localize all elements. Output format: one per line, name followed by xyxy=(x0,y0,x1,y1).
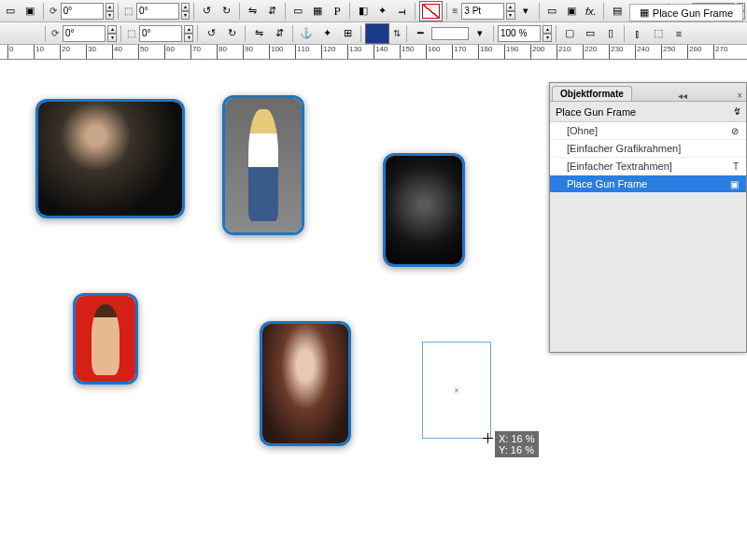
image-frame-2[interactable] xyxy=(222,95,304,235)
object-style-indicator[interactable]: ▦ Place Gun Frame xyxy=(629,4,743,21)
stepper[interactable]: ▴▾ xyxy=(181,3,190,20)
ruler-tick: 150 xyxy=(400,45,414,60)
panel-item[interactable]: Place Gun Frame▣ xyxy=(550,175,746,193)
wrap-column-icon[interactable]: ▯ xyxy=(601,24,620,43)
image-frame-4[interactable] xyxy=(73,293,138,385)
text-tool-icon[interactable]: P xyxy=(329,2,346,21)
shear-input-2[interactable] xyxy=(139,25,182,42)
panel-item[interactable]: [Ohne]⊘ xyxy=(550,122,746,140)
stepper[interactable]: ▴▾ xyxy=(506,3,514,20)
ruler-tick: 130 xyxy=(347,45,361,60)
flip-h-icon[interactable]: ⇋ xyxy=(249,24,268,43)
zoom-input[interactable] xyxy=(498,25,541,42)
ruler-tick: 170 xyxy=(452,45,466,60)
ruler-tick: 100 xyxy=(269,45,283,60)
image-frame-1[interactable] xyxy=(35,99,185,218)
image-frame-3[interactable] xyxy=(383,153,465,267)
stroke-weight-icon: ≡ xyxy=(450,6,459,16)
ruler-tick: 60 xyxy=(164,45,175,60)
panel-close-icon[interactable]: × xyxy=(733,91,746,101)
image-photo-4 xyxy=(76,296,135,382)
rotation-input-2[interactable] xyxy=(63,25,106,42)
chevron-down-icon[interactable]: ▾ xyxy=(517,2,535,21)
rotate-cw-icon[interactable]: ↻ xyxy=(222,24,241,43)
flip-v-icon[interactable]: ⇵ xyxy=(263,2,281,21)
stroke-style-dropdown[interactable] xyxy=(431,27,469,40)
wrap-shape-icon[interactable]: ▢ xyxy=(560,24,579,43)
select-parent-icon[interactable]: ▭ xyxy=(289,2,307,21)
ruler-tick: 70 xyxy=(190,45,201,60)
container-icon[interactable]: ▭ xyxy=(2,2,20,21)
rotate-ccw-icon[interactable]: ↺ xyxy=(202,24,220,43)
placement-frame[interactable]: × xyxy=(422,342,491,439)
dist-v-icon[interactable]: ⬚ xyxy=(649,24,668,43)
image-photo-3 xyxy=(386,156,462,264)
ruler-tick: 50 xyxy=(138,45,148,60)
fx-icon[interactable]: fx. xyxy=(582,2,599,21)
swap-icon[interactable]: ⇅ xyxy=(391,28,402,38)
stepper[interactable]: ▴▾ xyxy=(184,25,193,42)
wrap-jump-icon[interactable]: ▭ xyxy=(581,24,599,43)
panel-item-label: [Einfacher Grafikrahmen] xyxy=(567,143,681,154)
fill-swatch[interactable] xyxy=(365,23,389,44)
flip-h-icon[interactable]: ⇋ xyxy=(244,2,261,21)
align-icon[interactable]: ≡ xyxy=(669,24,688,43)
gap-icon[interactable]: ⫤ xyxy=(393,2,411,21)
stepper[interactable]: ▴▾ xyxy=(106,3,114,20)
stepper[interactable]: ▴▾ xyxy=(543,25,552,42)
panel-item[interactable]: [Einfacher Textrahmen]T xyxy=(550,158,746,175)
ruler-tick: 120 xyxy=(321,45,335,60)
ruler-tick: 160 xyxy=(426,45,440,60)
text-wrap-bounding-icon[interactable]: ▣ xyxy=(562,2,580,21)
object-styles-panel: Objektformate ◂◂ × Place Gun Frame ↯ [Oh… xyxy=(549,82,747,353)
panel-tabbar: Objektformate ◂◂ × xyxy=(550,83,746,102)
rotate-cw-icon[interactable]: ↻ xyxy=(218,2,235,21)
select-content-icon[interactable]: ▦ xyxy=(309,2,327,21)
stepper[interactable]: ▴▾ xyxy=(107,25,117,42)
panel-item-icon: ▣ xyxy=(730,179,739,189)
rotate-ccw-icon[interactable]: ↺ xyxy=(198,2,216,21)
align-left-icon[interactable]: ▤ xyxy=(608,2,626,21)
panel-list: [Ohne]⊘[Einfacher Grafikrahmen][Einfache… xyxy=(550,122,746,193)
content-icon[interactable]: ▣ xyxy=(21,2,39,21)
panel-menu-icon[interactable]: ↯ xyxy=(732,105,740,118)
coordinate-tooltip: X: 16 % Y: 16 % xyxy=(495,431,539,457)
chevron-down-icon[interactable]: ▾ xyxy=(471,24,489,43)
rotate-icon: ⟳ xyxy=(49,28,61,38)
ruler-tick: 190 xyxy=(504,45,518,60)
ruler-tick: 110 xyxy=(295,45,309,60)
panel-tab-objektformate[interactable]: Objektformate xyxy=(552,86,632,101)
snap-icon[interactable]: ⊞ xyxy=(338,24,357,43)
ruler-tick: 200 xyxy=(530,45,544,60)
dist-h-icon[interactable]: ⫿ xyxy=(628,24,647,43)
style-icon: ▦ xyxy=(640,7,649,19)
panel-item-icon: ⊘ xyxy=(731,126,739,136)
text-wrap-none-icon[interactable]: ▭ xyxy=(543,2,561,21)
ruler-tick: 10 xyxy=(34,45,44,60)
shear-input-1[interactable] xyxy=(136,3,179,20)
star-icon[interactable]: ✦ xyxy=(317,24,336,43)
ruler-tick: 240 xyxy=(635,45,649,60)
blank-icon[interactable] xyxy=(22,24,41,43)
flip-v-icon[interactable]: ⇵ xyxy=(270,24,289,43)
panel-item[interactable]: [Einfacher Grafikrahmen] xyxy=(550,140,746,158)
panel-collapse-icon[interactable]: ◂◂ xyxy=(674,91,691,101)
panel-item-label: Place Gun Frame xyxy=(567,178,647,189)
blank-icon[interactable] xyxy=(2,24,21,43)
panel-current-style: Place Gun Frame xyxy=(556,106,636,118)
stroke-style-icon[interactable]: ━ xyxy=(411,24,430,43)
ruler-tick: 40 xyxy=(112,45,122,60)
rotation-input-1[interactable] xyxy=(61,3,104,20)
ruler-tick: 260 xyxy=(687,45,701,60)
stroke-weight-input[interactable] xyxy=(461,3,504,20)
effects-icon[interactable]: ✦ xyxy=(374,2,391,21)
anchor-icon[interactable]: ⚓ xyxy=(297,24,316,43)
style-name: Place Gun Frame xyxy=(653,7,733,19)
stroke-none-swatch[interactable] xyxy=(419,1,443,21)
frame-empty-icon: × xyxy=(454,385,459,396)
ruler-horizontal: 0102030405060708090100110120130140150160… xyxy=(0,45,747,60)
corner-options-icon[interactable]: ◧ xyxy=(354,2,372,21)
ruler-tick: 20 xyxy=(60,45,70,60)
panel-item-label: [Ohne] xyxy=(567,125,598,136)
image-frame-5[interactable] xyxy=(260,321,351,446)
